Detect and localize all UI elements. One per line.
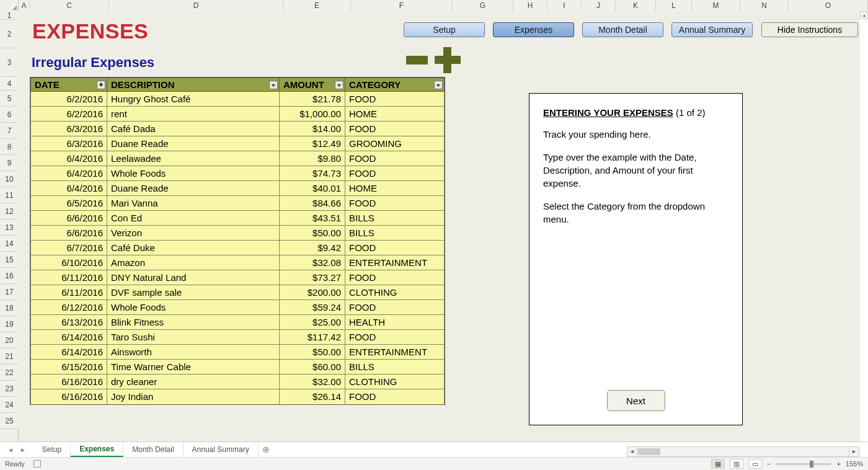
row-header-2[interactable]: 2 <box>0 20 19 48</box>
cell-cat[interactable]: HOME <box>345 107 445 122</box>
cell-cat[interactable]: ENTERTAINMENT <box>345 255 445 270</box>
cell-desc[interactable]: Duane Reade <box>107 181 280 196</box>
cell-cat[interactable]: FOOD <box>345 241 445 255</box>
zoom-out-button[interactable]: − <box>767 460 771 468</box>
cell-desc[interactable]: Verizon <box>107 226 280 241</box>
cell-cat[interactable]: FOOD <box>345 196 445 211</box>
cell-cat[interactable]: FOOD <box>345 270 445 285</box>
row-header-22[interactable]: 22 <box>0 365 19 381</box>
cell-desc[interactable]: Blink Fitness <box>107 315 280 330</box>
row-header-8[interactable]: 8 <box>0 139 19 155</box>
cell-desc[interactable]: Amazon <box>107 255 280 270</box>
column-header-H[interactable]: H <box>513 0 547 11</box>
cell-cat[interactable]: GROOMING <box>345 136 445 151</box>
cell-desc[interactable]: Hungry Ghost Café <box>107 92 280 107</box>
cell-amt[interactable]: $73.27 <box>280 270 345 285</box>
filter-description-icon[interactable] <box>269 81 278 89</box>
cell-desc[interactable]: Time Warner Cable <box>107 360 280 375</box>
cell-desc[interactable]: Whole Foods <box>107 300 280 315</box>
column-header-M[interactable]: M <box>692 0 740 11</box>
cell-desc[interactable]: Joy Indian <box>107 389 280 404</box>
column-header-N[interactable]: N <box>740 0 789 11</box>
hide-instructions-button[interactable]: Hide Instructions <box>761 22 858 37</box>
sheet-tab-expenses[interactable]: Expenses <box>71 442 123 457</box>
cell-date[interactable]: 6/11/2016 <box>31 270 107 285</box>
cell-amt[interactable]: $1,000.00 <box>280 107 345 122</box>
column-header-C[interactable]: C <box>30 0 109 11</box>
row-header-20[interactable]: 20 <box>0 332 19 348</box>
cell-desc[interactable]: dry cleaner <box>107 375 280 389</box>
cell-amt[interactable]: $50.00 <box>280 226 345 241</box>
row-header-23[interactable]: 23 <box>0 381 19 397</box>
cell-date[interactable]: 6/4/2016 <box>31 151 107 166</box>
view-normal-icon[interactable]: ▦ <box>711 459 725 469</box>
row-header-11[interactable]: 11 <box>0 187 19 203</box>
scroll-up-button[interactable]: ▴ <box>860 11 868 19</box>
row-header-14[interactable]: 14 <box>0 236 19 252</box>
row-header-9[interactable]: 9 <box>0 155 19 171</box>
macro-recorder-icon[interactable] <box>33 460 41 468</box>
cell-amt[interactable]: $43.51 <box>280 211 345 226</box>
column-header-O[interactable]: O <box>789 0 868 11</box>
cell-cat[interactable]: FOOD <box>345 92 445 107</box>
cell-cat[interactable]: HOME <box>345 181 445 196</box>
cell-desc[interactable]: Leelawadee <box>107 151 280 166</box>
cell-date[interactable]: 6/4/2016 <box>31 181 107 196</box>
row-header-5[interactable]: 5 <box>0 91 19 107</box>
nav-annual-summary-button[interactable]: Annual Summary <box>671 22 753 37</box>
row-header-25[interactable]: 25 <box>0 413 19 429</box>
cell-date[interactable]: 6/3/2016 <box>31 122 107 136</box>
column-header-A[interactable]: A <box>19 0 30 11</box>
header-amount[interactable]: AMOUNT <box>280 78 345 92</box>
cell-amt[interactable]: $84.66 <box>280 196 345 211</box>
view-page-layout-icon[interactable]: ▥ <box>730 459 743 469</box>
header-description[interactable]: DESCRIPTION <box>107 78 280 92</box>
cell-amt[interactable]: $200.00 <box>280 285 345 300</box>
cell-cat[interactable]: BILLS <box>345 226 445 241</box>
cell-date[interactable]: 6/12/2016 <box>31 300 107 315</box>
cell-desc[interactable]: rent <box>107 107 280 122</box>
cell-amt[interactable]: $25.00 <box>280 315 345 330</box>
cell-cat[interactable]: FOOD <box>345 389 445 404</box>
row-header-6[interactable]: 6 <box>0 107 19 123</box>
cell-desc[interactable]: Café Duke <box>107 241 280 255</box>
column-header-L[interactable]: L <box>656 0 692 11</box>
cell-date[interactable]: 6/2/2016 <box>31 92 107 107</box>
cell-amt[interactable]: $50.00 <box>280 345 345 360</box>
cell-date[interactable]: 6/10/2016 <box>31 255 107 270</box>
scroll-thumb[interactable] <box>638 448 660 455</box>
cell-cat[interactable]: FOOD <box>345 122 445 136</box>
worksheet-area[interactable]: EXPENSES Irregular Expenses Setup Expens… <box>19 11 860 441</box>
cell-date[interactable]: 6/4/2016 <box>31 166 107 181</box>
cell-date[interactable]: 6/7/2016 <box>31 241 107 255</box>
cell-desc[interactable]: DNY Natural Land <box>107 270 280 285</box>
cell-date[interactable]: 6/14/2016 <box>31 345 107 360</box>
cell-amt[interactable]: $12.49 <box>280 136 345 151</box>
scroll-right-button[interactable]: ► <box>849 447 859 456</box>
row-header-24[interactable]: 24 <box>0 397 19 413</box>
cell-cat[interactable]: FOOD <box>345 300 445 315</box>
cell-date[interactable]: 6/11/2016 <box>31 285 107 300</box>
cell-desc[interactable]: Whole Foods <box>107 166 280 181</box>
horizontal-scrollbar[interactable]: ◄ ► <box>627 446 859 457</box>
row-header-21[interactable]: 21 <box>0 348 19 365</box>
tab-nav-arrows[interactable]: ◄► <box>0 442 33 457</box>
add-sheet-button[interactable]: ⊕ <box>259 442 273 457</box>
column-header-G[interactable]: G <box>453 0 513 11</box>
cell-date[interactable]: 6/6/2016 <box>31 211 107 226</box>
cell-desc[interactable]: Ainsworth <box>107 345 280 360</box>
cell-amt[interactable]: $26.14 <box>280 389 345 404</box>
zoom-in-button[interactable]: + <box>836 460 840 468</box>
column-header-F[interactable]: F <box>351 0 453 11</box>
cell-amt[interactable]: $40.01 <box>280 181 345 196</box>
column-header-K[interactable]: K <box>616 0 656 11</box>
cell-amt[interactable]: $14.00 <box>280 122 345 136</box>
filter-date-icon[interactable] <box>97 81 105 89</box>
cell-date[interactable]: 6/3/2016 <box>31 136 107 151</box>
row-header-19[interactable]: 19 <box>0 316 19 332</box>
cell-desc[interactable]: Taro Sushi <box>107 330 280 345</box>
cell-date[interactable]: 6/15/2016 <box>31 360 107 375</box>
zoom-slider[interactable] <box>776 463 831 465</box>
cell-date[interactable]: 6/2/2016 <box>31 107 107 122</box>
cell-date[interactable]: 6/5/2016 <box>31 196 107 211</box>
